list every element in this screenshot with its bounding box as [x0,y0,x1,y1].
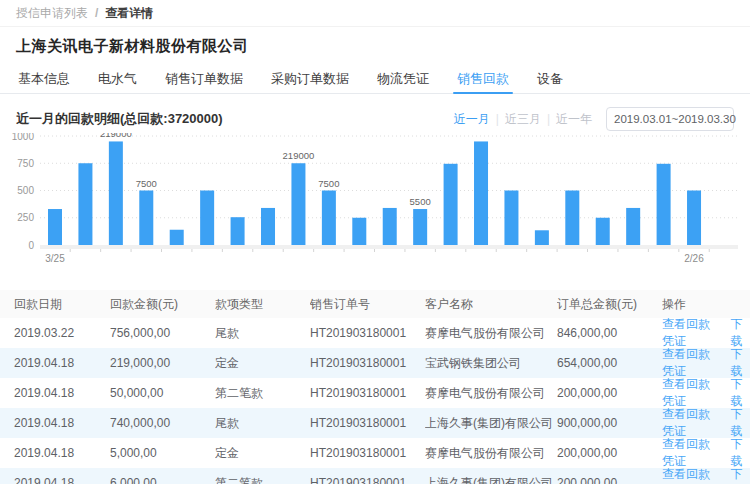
tab-item-6[interactable]: 设备 [523,64,577,93]
y-axis-tick-label: 250 [17,212,34,223]
bar-11[interactable] [383,208,397,245]
page-title: 上海关讯电子新材料股份有限公司 [16,37,734,56]
bar-value-label: 5500 [410,196,431,207]
cell-date: 2019.04.18 [14,476,110,484]
bar-5[interactable] [200,191,214,246]
payments-table: 回款日期回款金额(元)款项类型销售订单号客户名称订单总金额(元)操作 2019.… [0,290,750,484]
view-receipt-link[interactable]: 查看回款凭证 [662,406,721,440]
cell-date: 2019.03.22 [14,326,110,340]
breadcrumb-separator: / [95,6,98,20]
cell-actions: 查看回款凭证下载 [662,406,750,440]
range-filter-1[interactable]: 近三月 [505,111,541,128]
cell-order_no: HT201903180001 [310,446,425,460]
column-header-6: 操作 [662,296,750,313]
tab-item-5[interactable]: 销售回款 [443,64,523,93]
breadcrumb: 授信申请列表 / 查看详情 [0,0,750,27]
bar-15[interactable] [504,191,518,246]
download-link[interactable]: 下载 [731,346,750,380]
tab-item-3[interactable]: 采购订单数据 [257,64,363,93]
range-filter-0[interactable]: 近一月 [454,111,490,128]
x-axis-label: 3/25 [45,253,65,264]
cell-amount: 740,000,00 [110,416,215,430]
bar-0[interactable] [48,209,62,245]
download-link[interactable]: 下载 [731,466,750,484]
cell-customer: 赛摩电气股份有限公司 [425,325,557,342]
cell-order_no: HT201903180001 [310,416,425,430]
bar-19[interactable] [626,208,640,245]
bar-1[interactable] [78,163,92,245]
column-header-0: 回款日期 [14,296,110,313]
bar-21[interactable] [687,191,701,246]
cell-type: 定金 [215,355,310,372]
cell-customer: 赛摩电气股份有限公司 [425,385,557,402]
section-title: 近一月的回款明细(总回款:3720000) [16,110,223,128]
range-filter-2[interactable]: 近一年 [556,111,592,128]
date-range-value: 2019.03.01~2019.03.30 [614,113,736,125]
column-header-2: 款项类型 [215,296,310,313]
filter-separator: | [496,112,499,126]
bar-13[interactable] [444,164,458,245]
cell-total: 200,000,00 [557,386,662,400]
bar-4[interactable] [170,230,184,245]
cell-date: 2019.04.18 [14,416,110,430]
view-receipt-link[interactable]: 查看回款凭证 [662,316,721,350]
bar-17[interactable] [565,191,579,246]
cell-type: 第二笔款 [215,475,310,484]
view-receipt-link[interactable]: 查看回款凭证 [662,376,721,410]
bar-value-label: 7500 [318,178,339,189]
download-link[interactable]: 下载 [731,406,750,440]
view-receipt-link[interactable]: 查看回款凭证 [662,436,721,470]
table-header-row: 回款日期回款金额(元)款项类型销售订单号客户名称订单总金额(元)操作 [0,290,750,318]
bar-value-label: 219000 [100,133,132,139]
y-axis-tick-label: 750 [17,158,34,169]
cell-order_no: HT201903180001 [310,326,425,340]
download-link[interactable]: 下载 [731,316,750,350]
payment-bar-chart: 025050075010002190007500219000750055003/… [0,133,750,275]
y-axis-tick-label: 0 [28,240,34,251]
table-row-1: 2019.04.18219,000,00定金HT201903180001宝武钢铁… [0,348,750,378]
cell-date: 2019.04.18 [14,386,110,400]
bar-20[interactable] [657,164,671,245]
table-body: 2019.03.22756,000,00尾款HT201903180001赛摩电气… [0,318,750,484]
cell-amount: 5,000,00 [110,446,215,460]
cell-order_no: HT201903180001 [310,356,425,370]
bar-18[interactable] [596,218,610,245]
range-filter-group: 近一月|近三月|近一年 [454,111,592,128]
view-receipt-link[interactable]: 查看回款凭证 [662,466,721,484]
bar-16[interactable] [535,230,549,245]
cell-amount: 756,000,00 [110,326,215,340]
bar-7[interactable] [261,208,275,245]
bar-10[interactable] [352,218,366,245]
bar-14[interactable] [474,141,488,245]
download-link[interactable]: 下载 [731,376,750,410]
tab-bar: 基本信息电水气销售订单数据采购订单数据物流凭证销售回款设备 [0,64,750,94]
tab-item-4[interactable]: 物流凭证 [363,64,443,93]
bar-2[interactable] [109,141,123,245]
tab-item-2[interactable]: 销售订单数据 [151,64,257,93]
bar-value-label: 219000 [283,150,315,161]
cell-actions: 查看回款凭证下载 [662,316,750,350]
tab-item-1[interactable]: 电水气 [84,64,151,93]
tab-item-0[interactable]: 基本信息 [4,64,84,93]
bar-8[interactable] [291,163,305,245]
column-header-5: 订单总金额(元) [557,296,662,313]
cell-type: 定金 [215,445,310,462]
cell-order_no: HT201903180001 [310,386,425,400]
breadcrumb-current: 查看详情 [105,5,153,22]
view-receipt-link[interactable]: 查看回款凭证 [662,346,721,380]
x-axis-label: 2/26 [684,253,704,264]
cell-actions: 查看回款凭证下载 [662,376,750,410]
bar-3[interactable] [139,191,153,246]
breadcrumb-parent-link[interactable]: 授信申请列表 [16,5,88,22]
bar-6[interactable] [231,217,245,245]
cell-type: 尾款 [215,325,310,342]
download-link[interactable]: 下载 [731,436,750,470]
bar-12[interactable] [413,209,427,245]
cell-actions: 查看回款凭证下载 [662,436,750,470]
bar-9[interactable] [322,191,336,246]
date-range-picker[interactable]: 2019.03.01~2019.03.30 [606,107,734,131]
table-row-5: 2019.04.186,000,00第二笔款HT201903180001上海久事… [0,468,750,484]
cell-customer: 宝武钢铁集团公司 [425,355,557,372]
filter-separator: | [547,112,550,126]
cell-customer: 上海久事(集团)有限公司 [425,475,557,484]
